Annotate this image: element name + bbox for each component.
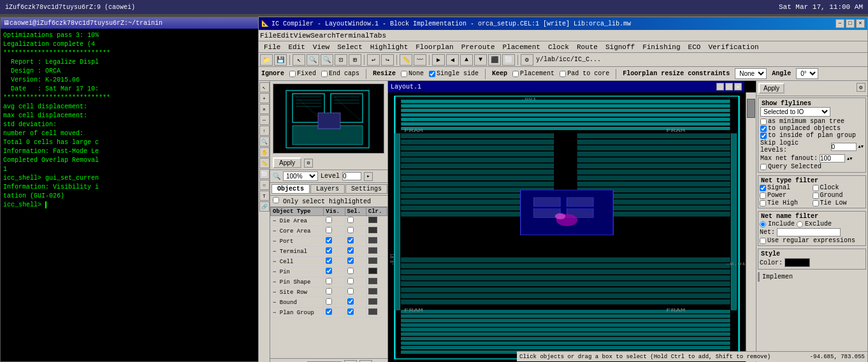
pinshape-sel[interactable]: [347, 278, 354, 284]
tab-settings[interactable]: Settings: [345, 184, 387, 194]
skip-logic-input[interactable]: [831, 143, 857, 151]
tiehigh-checkbox[interactable]: [760, 200, 766, 206]
menu-tabs[interactable]: Tabs: [370, 32, 386, 40]
tool-circle[interactable]: ○: [259, 180, 270, 190]
tb-open[interactable]: 📁: [260, 54, 273, 66]
rp-apply-button[interactable]: Apply: [758, 83, 785, 94]
rp-settings-icon[interactable]: ⚙: [857, 83, 865, 92]
pin-sel[interactable]: [347, 268, 354, 274]
angle-select[interactable]: 0°: [796, 68, 818, 79]
tb-pointer[interactable]: ↖: [293, 54, 305, 66]
tb-path[interactable]: 〰: [414, 54, 426, 66]
tb-save[interactable]: 💾: [274, 54, 287, 66]
tb-zoom-in[interactable]: 🔍: [307, 54, 319, 66]
port-vis[interactable]: [326, 237, 332, 243]
siterow-vis[interactable]: [326, 288, 332, 294]
tool-wire[interactable]: 📏: [259, 158, 270, 168]
menu-icc-file[interactable]: File: [260, 43, 284, 52]
color-preview[interactable]: [785, 258, 810, 267]
min-span-checkbox[interactable]: [760, 119, 767, 125]
menu-icc-clock[interactable]: Clock: [544, 43, 573, 52]
die-sel[interactable]: [347, 217, 354, 223]
tb-undo[interactable]: ↩: [367, 54, 380, 66]
tb-zoom-out[interactable]: 🔍: [321, 54, 333, 66]
tielow-checkbox[interactable]: [813, 200, 819, 206]
bound-sel[interactable]: [347, 298, 354, 305]
fanout-spinner[interactable]: ▲▼: [847, 156, 852, 161]
clock-checkbox[interactable]: [813, 185, 819, 191]
tb-redo[interactable]: ↪: [381, 54, 394, 66]
menu-icc-select[interactable]: Select: [333, 43, 366, 52]
plangroup-sel[interactable]: [347, 308, 354, 315]
bound-vis[interactable]: [326, 298, 332, 305]
menu-terminal[interactable]: Terminal: [336, 32, 370, 40]
tb-more3[interactable]: ▲: [460, 54, 473, 66]
menu-icc-view[interactable]: View: [309, 43, 333, 52]
ground-checkbox[interactable]: [813, 192, 819, 199]
unplaced-checkbox[interactable]: [760, 126, 767, 132]
tab-objects[interactable]: Objects: [271, 184, 310, 194]
term-vis[interactable]: [326, 247, 332, 254]
expand-button[interactable]: ▸: [364, 172, 373, 181]
tb-fit[interactable]: ⊡: [335, 54, 347, 66]
padtocore-checkbox[interactable]: [560, 71, 566, 77]
menu-icc-placement[interactable]: Placement: [498, 43, 544, 52]
power-checkbox[interactable]: [760, 192, 766, 199]
tool-move[interactable]: ↔: [259, 115, 270, 125]
plangroup-vis[interactable]: [326, 308, 332, 315]
menu-icc-floorplan[interactable]: Floorplan: [412, 43, 457, 52]
canvas-close[interactable]: ×: [734, 83, 742, 90]
menu-icc-finishing[interactable]: Finishing: [639, 43, 684, 52]
cell-sel[interactable]: [347, 257, 354, 264]
exclude-radio[interactable]: [797, 221, 803, 228]
tool-rect[interactable]: ⬜: [259, 169, 270, 179]
term-sel[interactable]: [347, 247, 354, 254]
menu-icc-signoff[interactable]: Signoff: [602, 43, 639, 52]
apply-button[interactable]: Apply: [273, 157, 301, 168]
level-input[interactable]: [342, 172, 361, 180]
filter-checkbox[interactable]: [273, 197, 279, 203]
tool-up[interactable]: ↑: [259, 126, 270, 136]
tool-pan[interactable]: ✋: [259, 147, 270, 157]
die-vis[interactable]: [326, 217, 332, 223]
tab-layers[interactable]: Layers: [310, 184, 345, 194]
net-input[interactable]: [777, 228, 841, 236]
core-vis[interactable]: [326, 227, 332, 233]
scroll-thumb-v[interactable]: [747, 99, 755, 118]
tb-more6[interactable]: ⬜: [502, 54, 515, 66]
menu-file[interactable]: File: [260, 32, 277, 40]
tool-zoom[interactable]: 🔍: [259, 136, 270, 147]
zoom-select[interactable]: 100% 50% 200%: [283, 171, 318, 181]
pin-vis[interactable]: [326, 268, 332, 274]
plangroup-checkbox[interactable]: [760, 133, 767, 139]
endcaps-checkbox[interactable]: [321, 71, 328, 77]
tb-settings[interactable]: ⚙: [521, 54, 533, 66]
tb-more2[interactable]: ◀: [446, 54, 459, 66]
tb-more5[interactable]: ⬛: [488, 54, 501, 66]
tool-select[interactable]: ↖: [259, 82, 270, 92]
flylines-select[interactable]: Selected to IO All None: [760, 107, 830, 117]
menu-search[interactable]: Search: [310, 32, 336, 40]
tb-zoom-area[interactable]: ⊞: [349, 54, 361, 66]
cell-vis[interactable]: [326, 257, 332, 264]
pinshape-vis[interactable]: [326, 278, 332, 284]
singleside-checkbox[interactable]: [429, 71, 435, 77]
include-radio[interactable]: [760, 221, 766, 228]
fixed-checkbox[interactable]: [289, 71, 296, 77]
tool-add[interactable]: +: [259, 93, 270, 103]
menu-edit[interactable]: Edit: [277, 32, 293, 40]
placement-checkbox[interactable]: [512, 71, 519, 77]
core-sel[interactable]: [347, 227, 354, 233]
tb-more1[interactable]: ▶: [432, 54, 445, 66]
siterow-sel[interactable]: [347, 288, 354, 294]
maximize-button[interactable]: □: [846, 19, 855, 28]
menu-icc-highlight[interactable]: Highlight: [366, 43, 412, 52]
signal-checkbox[interactable]: [760, 185, 766, 191]
none-checkbox[interactable]: [401, 71, 407, 77]
terminal-body[interactable]: Optimizations pass 3: 10% Legalization c…: [1, 29, 259, 361]
menu-icc-route[interactable]: Route: [573, 43, 602, 52]
skip-spinner[interactable]: ▲▼: [858, 144, 864, 149]
menu-icc-preroute[interactable]: Preroute: [458, 43, 499, 52]
tool-chain[interactable]: 🔗: [259, 201, 270, 212]
floorplan-select[interactable]: None: [735, 68, 767, 79]
